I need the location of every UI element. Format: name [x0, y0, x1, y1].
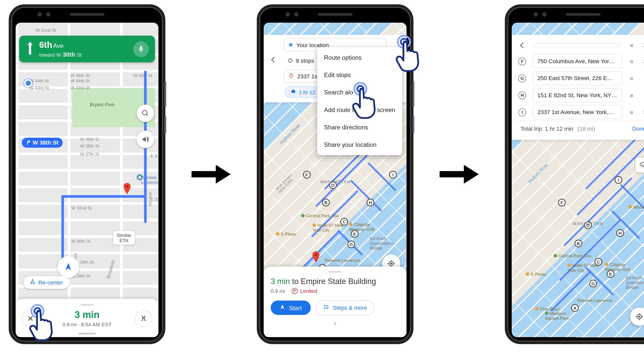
- steps-label: Steps & more: [333, 304, 367, 311]
- remove-stop-button[interactable]: ✕: [641, 42, 644, 49]
- route-street-badge: ↱ W 38th St: [22, 138, 63, 148]
- nav-direction-card[interactable]: 6thAve toward W 30th St: [19, 36, 155, 62]
- done-button[interactable]: Done: [632, 125, 644, 132]
- flow-arrow-icon: [191, 161, 231, 187]
- back-button[interactable]: [267, 56, 279, 66]
- trip-summary-row: Total trip: 1 hr 12 min (18 mi) Done: [514, 121, 644, 136]
- stop-letter-h: H: [518, 91, 526, 99]
- stop-input-i[interactable]: 2337 1st Avenue, New York,…: [533, 105, 622, 119]
- stop-letter-i: I: [518, 108, 526, 116]
- reorder-handle-icon[interactable]: ≡: [627, 75, 636, 82]
- svg-point-23: [324, 307, 325, 307]
- svg-point-11: [315, 254, 317, 256]
- stop-letter-g: G: [518, 74, 526, 82]
- vehicle-marker: [57, 256, 79, 278]
- stop-bubble-b: B: [322, 199, 330, 206]
- stop-input-f[interactable]: 750 Columbus Ave, New Yor…: [533, 54, 622, 68]
- route-summary-title: 3 min to Empire State Building: [271, 277, 399, 286]
- reorder-handle-icon[interactable]: ≡: [627, 58, 636, 65]
- stop-bubble-i: I: [615, 176, 622, 184]
- phone-2-route-overview: 09:41 100%: [257, 4, 414, 344]
- svg-point-3: [142, 110, 147, 115]
- trip-miles: (18 mi): [578, 125, 595, 132]
- mode-driving-chip[interactable]: 1 hr 12: [285, 86, 321, 98]
- nav-toward: toward W 30th St: [39, 51, 129, 58]
- menu-share-directions[interactable]: Share directions: [317, 119, 402, 136]
- svg-point-22: [324, 305, 325, 306]
- destination-pin-icon: [123, 183, 132, 192]
- phone-1-navigation: 09:41 100% Bryant Park W 52nd St W 45th …: [9, 4, 166, 344]
- drag-handle-icon[interactable]: [329, 271, 342, 273]
- destination-pin-icon: [312, 251, 320, 260]
- origin-dot-icon: [289, 43, 293, 47]
- recenter-label: Re-center: [38, 279, 63, 286]
- list-icon: [323, 304, 329, 311]
- stop-bubble-b: B: [575, 240, 582, 247]
- home-indicator: [78, 333, 96, 335]
- menu-search-along[interactable]: Search along routeSearch alo: [317, 84, 402, 101]
- menu-edit-stops[interactable]: Edit stops: [317, 66, 402, 84]
- eta-time: 3 min: [39, 309, 135, 321]
- menu-add-home[interactable]: Add route to Home screen: [317, 101, 402, 118]
- close-nav-button[interactable]: [22, 310, 39, 327]
- layers-button[interactable]: [635, 158, 644, 172]
- car-icon: [290, 88, 296, 96]
- edit-stops-panel: . ≡ ✕ F 750 Columbus Ave, New Yor… ≡ ✕ G…: [512, 35, 644, 140]
- start-label: Start: [289, 304, 302, 311]
- reorder-handle-icon[interactable]: ≡: [627, 109, 636, 116]
- audio-button[interactable]: [137, 131, 154, 148]
- svg-point-18: [291, 75, 292, 75]
- current-location-dot: [24, 79, 32, 87]
- route-summary-card[interactable]: 3 min to Empire State Building 0.9 mi· P…: [264, 267, 406, 337]
- svg-line-4: [146, 114, 148, 116]
- flow-arrow-icon: [439, 161, 479, 187]
- start-navigation-button[interactable]: Start: [271, 301, 310, 315]
- eta-details: 0.9 mi · 8:54 AM EST: [39, 322, 135, 328]
- stop-bubble-h: H: [367, 199, 374, 206]
- continue-straight-icon: [25, 41, 35, 57]
- menu-share-location[interactable]: Share your location: [317, 136, 402, 153]
- stop-bubble-g: G: [347, 240, 355, 248]
- parking-icon: P: [292, 288, 298, 294]
- nav-primary-street: 6thAve: [39, 40, 129, 50]
- remove-stop-button[interactable]: ✕: [641, 58, 644, 65]
- search-button[interactable]: [137, 104, 154, 122]
- turn-right-icon: ↱: [26, 139, 31, 146]
- reorder-handle-icon[interactable]: ≡: [627, 92, 636, 99]
- routes-button[interactable]: [135, 310, 152, 327]
- reorder-handle-icon[interactable]: ≡: [627, 42, 636, 49]
- nav-back-icon[interactable]: ‹: [334, 320, 336, 327]
- stop-row-cropped[interactable]: .: [533, 43, 622, 47]
- stop-input-h[interactable]: 151 E 82nd St, New York, NY…: [533, 88, 622, 102]
- stop-bubble-f: F: [558, 199, 566, 206]
- stop-bubble-h: H: [616, 229, 624, 237]
- nav-icon: [279, 304, 286, 311]
- phone-3-edit-stops: 09:41 100%: [505, 4, 644, 344]
- nav-icon: [30, 279, 36, 286]
- route-summary-sub: 0.9 mi· P Limited: [271, 288, 399, 294]
- recenter-button[interactable]: Re-center: [23, 276, 69, 289]
- menu-route-options[interactable]: Route options: [317, 49, 402, 66]
- overflow-menu: Route options Edit stops Search along ro…: [317, 47, 402, 155]
- trip-total-label: Total trip: 1 hr 12 min: [520, 125, 573, 132]
- back-button[interactable]: [518, 41, 526, 51]
- eta-bottom-card[interactable]: 3 min 0.9 mi · 8:54 AM EST: [16, 299, 158, 337]
- mic-button[interactable]: [133, 41, 149, 57]
- steps-more-button[interactable]: Steps & more: [316, 300, 374, 315]
- stop-bubble-a: A: [571, 304, 579, 312]
- place-icon: [137, 174, 143, 180]
- svg-point-2: [126, 185, 128, 188]
- drag-handle-icon[interactable]: [80, 304, 94, 306]
- map-view[interactable]: Bryant Park W 52nd St W 45th St W 44th S…: [16, 23, 158, 337]
- svg-point-32: [639, 316, 640, 317]
- remove-stop-button[interactable]: ✕: [641, 109, 644, 116]
- destination-pin-icon: [289, 73, 294, 80]
- svg-point-13: [391, 263, 392, 264]
- park-label: Bryant Park: [90, 102, 114, 107]
- svg-point-24: [324, 308, 325, 309]
- stop-bubble-f: F: [303, 171, 311, 179]
- stops-count-text: 8 stops: [296, 57, 314, 64]
- stop-input-g[interactable]: 250 East 57th Street, 226 E…: [533, 71, 622, 85]
- stop-bubble-i: I: [389, 171, 397, 179]
- system-nav-bar: ‹: [271, 320, 399, 327]
